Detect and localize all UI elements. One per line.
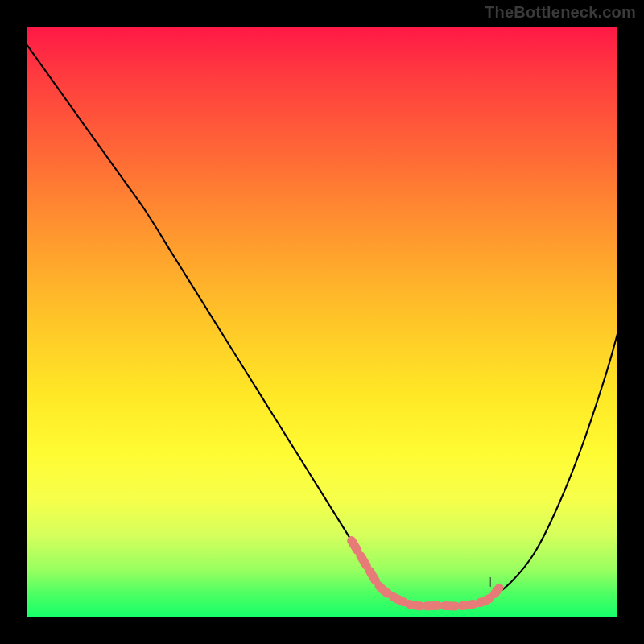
plot-area: [27, 27, 617, 617]
bottleneck-curve-line: [27, 44, 617, 606]
watermark-text: TheBottleneck.com: [485, 3, 636, 22]
optimal-range-highlight: [352, 541, 500, 606]
curve-svg: [27, 27, 617, 617]
chart-frame: TheBottleneck.com: [0, 0, 644, 644]
